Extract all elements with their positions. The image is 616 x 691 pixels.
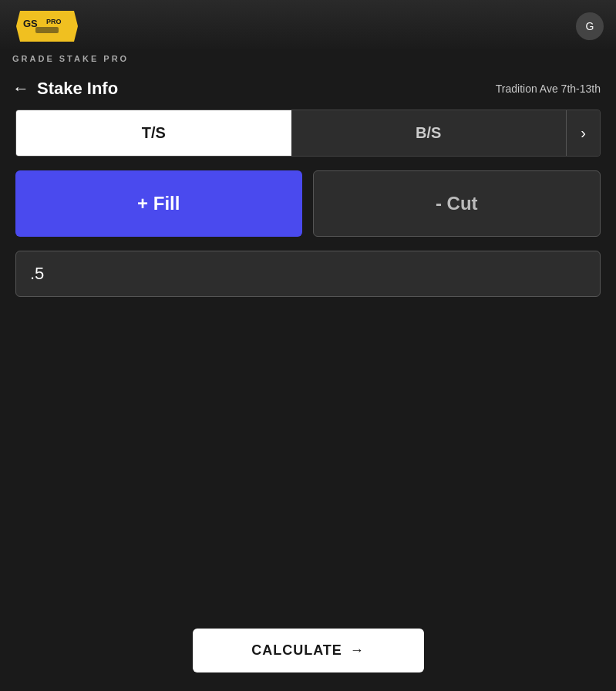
svg-rect-3	[35, 27, 59, 33]
value-input[interactable]	[15, 251, 601, 297]
top-bar: ← Stake Info Tradition Ave 7th-13th	[0, 65, 616, 110]
fill-button[interactable]: + Fill	[15, 170, 302, 237]
calculate-button-container: CALCULATE →	[193, 629, 424, 672]
user-avatar[interactable]: G	[576, 12, 604, 40]
tab-next-button[interactable]: ›	[566, 110, 600, 156]
arrow-icon: →	[350, 642, 365, 659]
brand-text: GRADE STAKE PRO	[12, 54, 129, 63]
calculate-button[interactable]: CALCULATE →	[193, 629, 424, 672]
navbar: GS PRO GRADE STAKE PRO G	[0, 0, 616, 52]
gspro-logo: GS PRO GRADE STAKE PRO	[12, 7, 82, 46]
tab-bs[interactable]: B/S	[291, 110, 567, 156]
user-initial: G	[586, 20, 594, 32]
fill-cut-section: + Fill - Cut	[15, 170, 601, 237]
cut-button[interactable]: - Cut	[313, 170, 601, 237]
subtitle: Tradition Ave 7th-13th	[496, 83, 601, 95]
calculate-label: CALCULATE	[251, 642, 342, 659]
back-button[interactable]: ←	[12, 80, 29, 97]
tab-ts[interactable]: T/S	[16, 110, 291, 156]
svg-text:GS: GS	[23, 18, 38, 29]
top-bar-left: ← Stake Info	[12, 79, 118, 99]
svg-text:PRO: PRO	[46, 18, 62, 25]
tab-section: T/S B/S ›	[15, 110, 601, 157]
input-section	[15, 251, 601, 297]
chevron-right-icon: ›	[581, 124, 586, 142]
page-title: Stake Info	[37, 79, 118, 99]
logo-container: GS PRO GRADE STAKE PRO	[12, 7, 82, 46]
